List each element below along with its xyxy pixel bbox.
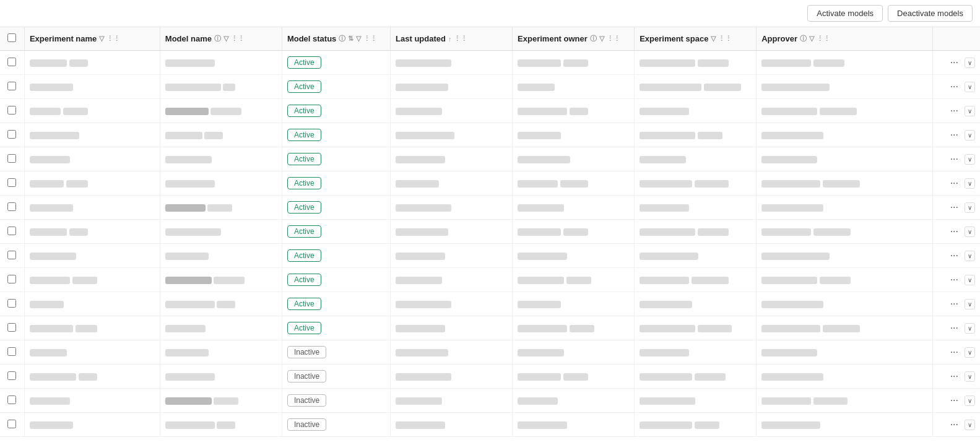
status-badge[interactable]: Inactive: [287, 394, 326, 407]
table-row: Active ··· ∨: [0, 268, 980, 292]
experiment-owner-drag-icon[interactable]: ⋮⋮: [607, 35, 620, 43]
last-updated-sort-icon[interactable]: ↑: [448, 35, 452, 43]
status-badge[interactable]: Active: [287, 298, 321, 310]
row-expand-button[interactable]: ∨: [965, 251, 975, 261]
status-badge[interactable]: Active: [287, 274, 321, 286]
activate-models-button[interactable]: Activate models: [807, 5, 883, 22]
model-status-cell: Active: [282, 268, 390, 292]
model-name-cell: [160, 147, 282, 171]
row-more-button[interactable]: ···: [947, 369, 962, 383]
status-badge[interactable]: Active: [287, 56, 321, 69]
actions-cell: ··· ∨: [932, 196, 980, 220]
model-name-info-icon[interactable]: ⓘ: [214, 34, 221, 43]
row-checkbox[interactable]: [7, 251, 16, 259]
row-expand-button[interactable]: ∨: [965, 106, 975, 116]
model-status-cell: Active: [282, 51, 390, 75]
experiment-space-drag-icon[interactable]: ⋮⋮: [718, 35, 732, 43]
last-updated-cell: [391, 196, 513, 220]
row-checkbox[interactable]: [7, 106, 16, 114]
row-more-button[interactable]: ···: [947, 128, 962, 142]
row-expand-button[interactable]: ∨: [965, 227, 975, 237]
row-more-button[interactable]: ···: [947, 273, 962, 287]
row-more-button[interactable]: ···: [947, 104, 962, 118]
status-badge[interactable]: Inactive: [287, 418, 326, 431]
row-checkbox-cell: [0, 244, 24, 268]
row-more-button[interactable]: ···: [947, 394, 962, 407]
row-checkbox[interactable]: [7, 178, 16, 187]
status-badge[interactable]: Inactive: [287, 370, 326, 382]
row-expand-button[interactable]: ∨: [965, 178, 975, 189]
model-name-drag-icon[interactable]: ⋮⋮: [231, 35, 245, 43]
status-badge[interactable]: Active: [287, 105, 321, 117]
row-more-button[interactable]: ···: [947, 152, 962, 166]
approver-drag-icon[interactable]: ⋮⋮: [817, 35, 830, 43]
status-badge[interactable]: Active: [287, 201, 321, 214]
approver-info-icon[interactable]: ⓘ: [800, 34, 807, 43]
row-checkbox[interactable]: [7, 371, 16, 380]
status-badge[interactable]: Active: [287, 225, 321, 238]
row-more-button[interactable]: ···: [947, 418, 962, 431]
select-all-checkbox[interactable]: [7, 33, 16, 42]
status-badge[interactable]: Active: [287, 177, 321, 189]
row-expand-button[interactable]: ∨: [965, 202, 975, 213]
row-more-button[interactable]: ···: [947, 225, 962, 238]
model-status-sort-icon[interactable]: ⇅: [348, 35, 353, 43]
deactivate-models-button[interactable]: Deactivate models: [888, 5, 973, 22]
row-expand-button[interactable]: ∨: [965, 371, 975, 382]
experiment-name-drag-icon[interactable]: ⋮⋮: [106, 35, 120, 43]
row-more-button[interactable]: ···: [947, 201, 962, 214]
row-checkbox[interactable]: [7, 347, 16, 356]
row-expand-button[interactable]: ∨: [965, 275, 975, 285]
row-expand-button[interactable]: ∨: [965, 58, 975, 68]
row-more-button[interactable]: ···: [947, 176, 962, 190]
row-expand-button[interactable]: ∨: [965, 130, 975, 140]
row-expand-button[interactable]: ∨: [965, 154, 975, 165]
experiment-name-filter-icon[interactable]: ▽: [99, 35, 104, 43]
row-checkbox[interactable]: [7, 323, 16, 332]
experiment-owner-filter-icon[interactable]: ▽: [599, 35, 604, 43]
row-more-button[interactable]: ···: [947, 249, 962, 262]
row-expand-button[interactable]: ∨: [965, 82, 975, 92]
row-expand-button[interactable]: ∨: [965, 299, 975, 309]
last-updated-cell: [391, 75, 513, 99]
row-checkbox[interactable]: [7, 227, 16, 235]
row-checkbox[interactable]: [7, 299, 16, 308]
approver-filter-icon[interactable]: ▽: [809, 35, 814, 43]
status-badge[interactable]: Active: [287, 322, 321, 334]
approver-cell: [757, 123, 933, 147]
model-status-cell: Active: [282, 123, 390, 147]
status-badge[interactable]: Inactive: [287, 346, 326, 358]
status-badge[interactable]: Active: [287, 249, 321, 262]
row-expand-button[interactable]: ∨: [965, 347, 975, 358]
row-checkbox[interactable]: [7, 275, 16, 283]
last-updated-drag-icon[interactable]: ⋮⋮: [454, 35, 467, 43]
toolbar: Activate models Deactivate models: [0, 0, 980, 27]
row-checkbox[interactable]: [7, 130, 16, 139]
model-status-drag-icon[interactable]: ⋮⋮: [363, 35, 377, 43]
experiment-name-cell: [24, 196, 160, 220]
model-status-info-icon[interactable]: ⓘ: [339, 34, 345, 43]
experiment-owner-info-icon[interactable]: ⓘ: [590, 34, 597, 43]
approver-cell: [757, 75, 933, 99]
row-checkbox[interactable]: [7, 202, 16, 211]
row-expand-button[interactable]: ∨: [965, 420, 975, 430]
row-checkbox[interactable]: [7, 420, 16, 428]
row-expand-button[interactable]: ∨: [965, 323, 975, 334]
status-badge[interactable]: Active: [287, 80, 321, 93]
model-status-filter-icon[interactable]: ▽: [356, 35, 361, 43]
status-badge[interactable]: Active: [287, 129, 321, 141]
experiment-space-cell: [635, 365, 757, 389]
row-checkbox[interactable]: [7, 154, 16, 163]
row-more-button[interactable]: ···: [947, 80, 962, 93]
model-name-filter-icon[interactable]: ▽: [223, 35, 228, 43]
row-more-button[interactable]: ···: [947, 321, 962, 335]
row-checkbox[interactable]: [7, 82, 16, 90]
row-more-button[interactable]: ···: [947, 345, 962, 359]
row-more-button[interactable]: ···: [947, 56, 962, 69]
row-checkbox[interactable]: [7, 58, 16, 66]
status-badge[interactable]: Active: [287, 153, 321, 165]
experiment-space-filter-icon[interactable]: ▽: [711, 35, 716, 43]
row-expand-button[interactable]: ∨: [965, 395, 975, 406]
row-more-button[interactable]: ···: [947, 297, 962, 311]
row-checkbox[interactable]: [7, 395, 16, 404]
